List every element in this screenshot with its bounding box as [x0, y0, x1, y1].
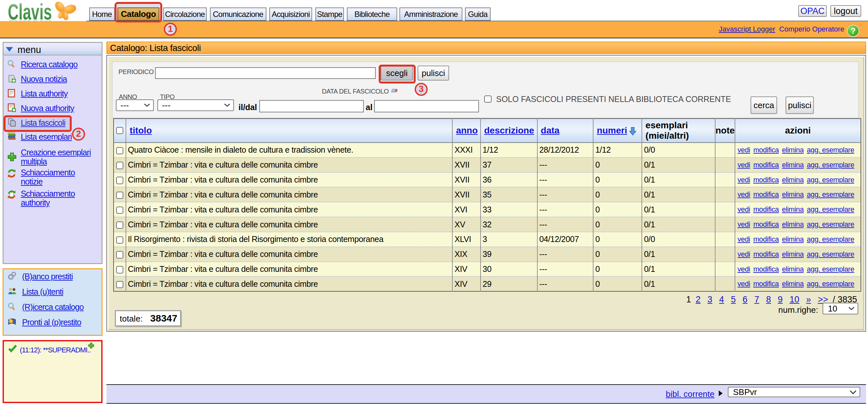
svg-text:?: ? — [850, 26, 856, 35]
